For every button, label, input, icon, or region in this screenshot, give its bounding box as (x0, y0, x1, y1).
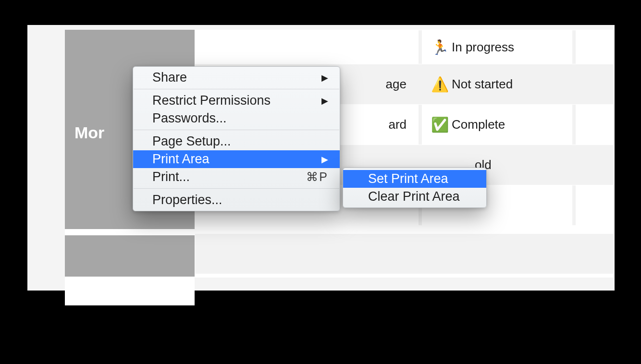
empty-cell (576, 234, 614, 274)
menu-item-print-area[interactable]: Print Area ▶ (133, 150, 340, 168)
chevron-right-icon: ▶ (321, 154, 328, 165)
menu-label: Share (152, 70, 187, 85)
chevron-right-icon: ▶ (321, 73, 328, 83)
menu-label: Clear Print Area (368, 189, 460, 204)
menu-item-share[interactable]: Share ▶ (133, 69, 340, 86)
task-text: ard (388, 117, 407, 132)
menu-shortcut: ⌘P (306, 170, 328, 184)
menu-label: Set Print Area (368, 171, 448, 186)
warning-icon: ⚠️ (431, 76, 449, 93)
extra-cell (576, 30, 614, 64)
empty-cell (195, 234, 422, 274)
menu-item-page-setup[interactable]: Page Setup... (133, 133, 340, 150)
chevron-right-icon: ▶ (321, 96, 328, 106)
extra-cell (576, 64, 614, 104)
extra-cell (576, 145, 614, 185)
runner-icon: 🏃 (431, 39, 449, 56)
menu-separator (134, 188, 339, 189)
empty-cell (576, 185, 614, 225)
row-header-divider (65, 229, 195, 235)
context-submenu-print-area: Set Print Area Clear Print Area (343, 168, 487, 208)
task-cell (195, 30, 422, 64)
table-row (195, 233, 614, 274)
status-label: In progress (452, 40, 514, 55)
menu-label: Print Area (152, 152, 210, 167)
page-background: Mor 🏃 In progress age ⚠ (27, 25, 615, 291)
menu-item-properties[interactable]: Properties... (133, 191, 340, 209)
menu-label: Print... (152, 170, 190, 184)
menu-item-restrict-permissions[interactable]: Restrict Permissions ▶ (133, 92, 340, 109)
extra-cell (576, 105, 614, 145)
separator-row (195, 225, 614, 233)
context-menu: Share ▶ Restrict Permissions ▶ Passwords… (133, 66, 340, 211)
menu-label: Restrict Permissions (152, 93, 271, 108)
submenu-item-clear-print-area[interactable]: Clear Print Area (343, 188, 486, 206)
screenshot-frame: Mor 🏃 In progress age ⚠ (0, 0, 641, 364)
menu-label: Properties... (152, 193, 222, 207)
status-cell: ⚠️ Not started (422, 64, 576, 104)
status-label: Complete (452, 117, 505, 132)
row-header-label: Mor (74, 123, 104, 142)
status-cell: ✅ Complete (422, 105, 576, 145)
menu-label: Page Setup... (152, 134, 231, 149)
status-label: Not started (452, 77, 513, 92)
row-header-bottom (65, 277, 195, 305)
menu-separator (134, 130, 339, 130)
task-text: age (386, 77, 407, 92)
table-row: 🏃 In progress (195, 30, 614, 64)
menu-item-passwords[interactable]: Passwords... (133, 109, 340, 127)
submenu-item-set-print-area[interactable]: Set Print Area (343, 170, 486, 188)
empty-cell (422, 234, 576, 274)
menu-item-print[interactable]: Print... ⌘P (133, 168, 340, 186)
menu-label: Passwords... (152, 111, 227, 126)
menu-separator (134, 89, 339, 89)
status-cell: 🏃 In progress (422, 30, 576, 64)
check-icon: ✅ (431, 116, 449, 133)
